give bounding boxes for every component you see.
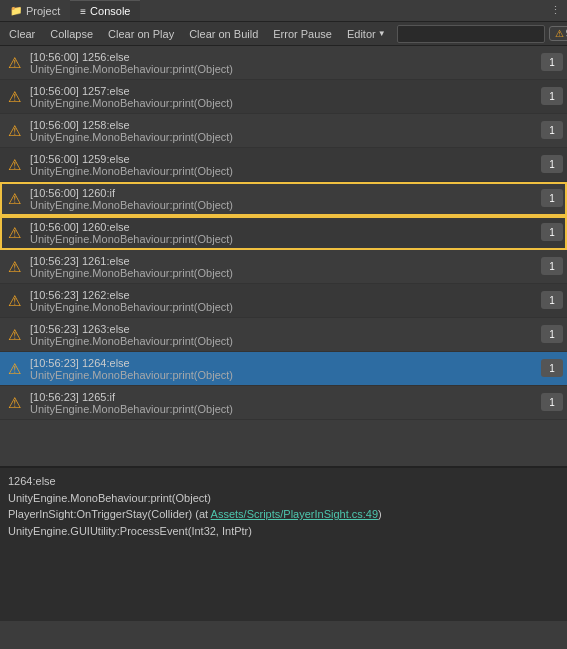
log-content: [10:56:23] 1263:else UnityEngine.MonoBeh… [28,318,537,351]
log-line1: [10:56:00] 1256:else [30,51,535,63]
log-content: [10:56:23] 1261:else UnityEngine.MonoBeh… [28,250,537,283]
log-row[interactable]: ⚠ [10:56:23] 1261:else UnityEngine.MonoB… [0,250,567,284]
error-pause-button[interactable]: Error Pause [266,24,339,44]
log-content: [10:56:00] 1260:if UnityEngine.MonoBehav… [28,182,537,215]
log-count: 1 [541,325,563,343]
detail-line: UnityEngine.MonoBehaviour:print(Object) [8,490,559,507]
log-content: [10:56:23] 1264:else UnityEngine.MonoBeh… [28,352,537,385]
toolbar: Clear Collapse Clear on Play Clear on Bu… [0,22,567,46]
tab-more-button[interactable]: ⋮ [544,0,567,21]
log-count: 1 [541,257,563,275]
tab-bar: 📁 Project ≡ Console ⋮ [0,0,567,22]
search-input[interactable] [397,25,545,43]
log-row[interactable]: ⚠ [10:56:00] 1256:else UnityEngine.MonoB… [0,46,567,80]
log-count: 1 [541,53,563,71]
log-count: 1 [541,359,563,377]
log-line1: [10:56:00] 1260:else [30,221,535,233]
log-row[interactable]: ⚠ [10:56:00] 1260:if UnityEngine.MonoBeh… [0,182,567,216]
log-content: [10:56:23] 1262:else UnityEngine.MonoBeh… [28,284,537,317]
log-row[interactable]: ⚠ [10:56:00] 1257:else UnityEngine.MonoB… [0,80,567,114]
log-line2: UnityEngine.MonoBehaviour:print(Object) [30,97,535,109]
detail-line: PlayerInSight:OnTriggerStay(Collider) (a… [8,506,559,523]
log-line1: [10:56:23] 1262:else [30,289,535,301]
console-icon: ≡ [80,6,86,17]
clear-button[interactable]: Clear [2,24,42,44]
source-link[interactable]: Assets/Scripts/PlayerInSight.cs:49 [211,508,379,520]
log-line2: UnityEngine.MonoBehaviour:print(Object) [30,165,535,177]
log-line1: [10:56:00] 1260:if [30,187,535,199]
log-line1: [10:56:00] 1257:else [30,85,535,97]
log-content: [10:56:00] 1259:else UnityEngine.MonoBeh… [28,148,537,181]
log-line1: [10:56:00] 1259:else [30,153,535,165]
log-content: [10:56:00] 1256:else UnityEngine.MonoBeh… [28,46,537,79]
warning-icon: ⚠ [0,216,28,249]
log-row[interactable]: ⚠ [10:56:23] 1265:if UnityEngine.MonoBeh… [0,386,567,420]
log-count: 1 [541,121,563,139]
log-count: 1 [541,155,563,173]
log-line1: [10:56:23] 1264:else [30,357,535,369]
log-row[interactable]: ⚠ [10:56:00] 1260:else UnityEngine.MonoB… [0,216,567,250]
log-content: [10:56:00] 1257:else UnityEngine.MonoBeh… [28,80,537,113]
clear-on-build-button[interactable]: Clear on Build [182,24,265,44]
log-count: 1 [541,189,563,207]
log-row[interactable]: ⚠ [10:56:00] 1258:else UnityEngine.MonoB… [0,114,567,148]
log-line1: [10:56:23] 1265:if [30,391,535,403]
log-row[interactable]: ⚠ [10:56:23] 1262:else UnityEngine.MonoB… [0,284,567,318]
detail-line: UnityEngine.GUIUtility:ProcessEvent(Int3… [8,523,559,540]
log-list[interactable]: ⚠ [10:56:00] 1256:else UnityEngine.MonoB… [0,46,567,466]
warning-icon: ⚠ [0,352,28,385]
log-line2: UnityEngine.MonoBehaviour:print(Object) [30,199,535,211]
log-count: 1 [541,393,563,411]
log-line2: UnityEngine.MonoBehaviour:print(Object) [30,131,535,143]
log-content: [10:56:00] 1260:else UnityEngine.MonoBeh… [28,216,537,249]
collapse-button[interactable]: Collapse [43,24,100,44]
log-line1: [10:56:23] 1261:else [30,255,535,267]
log-line2: UnityEngine.MonoBehaviour:print(Object) [30,63,535,75]
log-line2: UnityEngine.MonoBehaviour:print(Object) [30,233,535,245]
log-row[interactable]: ⚠ [10:56:23] 1263:else UnityEngine.MonoB… [0,318,567,352]
tab-console[interactable]: ≡ Console [70,0,140,21]
warning-badge-icon: ⚠ [555,28,564,39]
detail-line: 1264:else [8,473,559,490]
editor-button[interactable]: Editor ▼ [340,24,393,44]
log-line2: UnityEngine.MonoBehaviour:print(Object) [30,369,535,381]
log-line2: UnityEngine.MonoBehaviour:print(Object) [30,335,535,347]
warning-icon: ⚠ [0,114,28,147]
log-line2: UnityEngine.MonoBehaviour:print(Object) [30,301,535,313]
tab-project[interactable]: 📁 Project [0,0,70,21]
log-content: [10:56:00] 1258:else UnityEngine.MonoBeh… [28,114,537,147]
tab-project-label: Project [26,5,60,17]
warning-icon: ⚠ [0,80,28,113]
detail-panel: 1264:elseUnityEngine.MonoBehaviour:print… [0,466,567,621]
clear-on-play-button[interactable]: Clear on Play [101,24,181,44]
log-line2: UnityEngine.MonoBehaviour:print(Object) [30,403,535,415]
log-line2: UnityEngine.MonoBehaviour:print(Object) [30,267,535,279]
log-line1: [10:56:00] 1258:else [30,119,535,131]
log-content: [10:56:23] 1265:if UnityEngine.MonoBehav… [28,386,537,419]
tab-console-label: Console [90,5,130,17]
editor-dropdown-icon: ▼ [378,29,386,38]
project-icon: 📁 [10,5,22,16]
log-line1: [10:56:23] 1263:else [30,323,535,335]
warning-icon: ⚠ [0,318,28,351]
warning-icon: ⚠ [0,182,28,215]
log-row[interactable]: ⚠ [10:56:23] 1264:else UnityEngine.MonoB… [0,352,567,386]
warning-icon: ⚠ [0,46,28,79]
warning-icon: ⚠ [0,284,28,317]
log-row[interactable]: ⚠ [10:56:00] 1259:else UnityEngine.MonoB… [0,148,567,182]
log-count: 1 [541,87,563,105]
log-count: 1 [541,291,563,309]
warning-icon: ⚠ [0,386,28,419]
log-count-badge: ⚠ 999+ [549,26,567,41]
warning-icon: ⚠ [0,250,28,283]
warning-icon: ⚠ [0,148,28,181]
log-count: 1 [541,223,563,241]
